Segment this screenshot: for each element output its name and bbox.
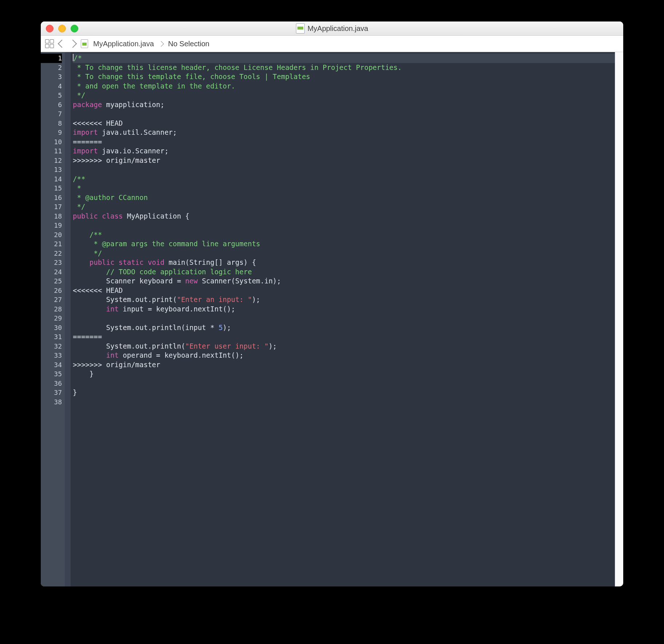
- code-line[interactable]: /*: [73, 54, 615, 63]
- code-token: [73, 305, 106, 313]
- window-title-text: MyApplication.java: [308, 24, 368, 33]
- line-number[interactable]: 35: [41, 369, 62, 379]
- code-line[interactable]: * @author CCannon: [73, 193, 615, 203]
- code-line[interactable]: <<<<<<< HEAD: [73, 119, 615, 128]
- code-line[interactable]: */: [73, 249, 615, 258]
- code-line[interactable]: * To change this template file, choose T…: [73, 72, 615, 82]
- code-line[interactable]: [73, 109, 615, 119]
- line-number[interactable]: 10: [41, 137, 62, 147]
- close-window-button[interactable]: [46, 25, 54, 32]
- line-number[interactable]: 27: [41, 295, 62, 305]
- line-number[interactable]: 21: [41, 239, 62, 249]
- code-line[interactable]: [73, 314, 615, 323]
- line-number[interactable]: 5: [41, 91, 62, 100]
- line-number[interactable]: 4: [41, 82, 62, 91]
- nav-back-button[interactable]: [58, 40, 66, 48]
- line-number[interactable]: 3: [41, 72, 62, 82]
- vertical-scrollbar[interactable]: [615, 52, 623, 586]
- code-line[interactable]: System.out.println(input * 5);: [73, 323, 615, 333]
- code-line[interactable]: * To change this license header, choose …: [73, 63, 615, 72]
- line-number[interactable]: 18: [41, 212, 62, 221]
- chevron-right-icon: [158, 41, 164, 47]
- code-line[interactable]: }: [73, 388, 615, 397]
- code-line[interactable]: *: [73, 184, 615, 193]
- code-line[interactable]: [73, 221, 615, 230]
- code-line[interactable]: }: [73, 369, 615, 379]
- code-token: int: [106, 351, 119, 359]
- line-number[interactable]: 20: [41, 230, 62, 240]
- code-line[interactable]: >>>>>>> origin/master: [73, 156, 615, 165]
- code-token: public class: [73, 212, 123, 220]
- line-number[interactable]: 8: [41, 119, 62, 128]
- code-line[interactable]: Scanner keyboard = new Scanner(System.in…: [73, 276, 615, 286]
- code-area[interactable]: /* * To change this license header, choo…: [71, 52, 615, 586]
- line-number[interactable]: 14: [41, 174, 62, 184]
- code-line[interactable]: int input = keyboard.nextInt();: [73, 305, 615, 314]
- code-line[interactable]: // TODO code application logic here: [73, 267, 615, 277]
- line-number[interactable]: 33: [41, 351, 62, 360]
- line-number-gutter[interactable]: 1234567891011121314151617181920212223242…: [41, 52, 65, 586]
- line-number[interactable]: 31: [41, 332, 62, 342]
- java-file-icon: [296, 23, 305, 34]
- code-line[interactable]: */: [73, 91, 615, 100]
- code-line[interactable]: [73, 165, 615, 174]
- code-line[interactable]: * and open the template in the editor.: [73, 82, 615, 91]
- code-line[interactable]: <<<<<<< HEAD: [73, 286, 615, 295]
- nav-forward-button[interactable]: [69, 40, 77, 48]
- line-number[interactable]: 19: [41, 221, 62, 230]
- line-number[interactable]: 2: [41, 63, 62, 72]
- code-line[interactable]: =======: [73, 137, 615, 147]
- line-number[interactable]: 29: [41, 314, 62, 323]
- code-line[interactable]: System.out.print("Enter an input: ");: [73, 295, 615, 305]
- fold-strip[interactable]: [65, 52, 71, 586]
- code-token: [73, 268, 106, 276]
- code-token: java.io.Scanner;: [98, 147, 169, 155]
- code-token: );: [223, 323, 231, 331]
- line-number[interactable]: 38: [41, 397, 62, 407]
- line-number[interactable]: 16: [41, 193, 62, 203]
- line-number[interactable]: 9: [41, 128, 62, 137]
- line-number[interactable]: 15: [41, 184, 62, 193]
- code-line[interactable]: * @param args the command line arguments: [73, 239, 615, 249]
- line-number[interactable]: 32: [41, 342, 62, 351]
- code-line[interactable]: /**: [73, 174, 615, 184]
- line-number[interactable]: 24: [41, 267, 62, 277]
- code-line[interactable]: >>>>>>> origin/master: [73, 360, 615, 370]
- line-number[interactable]: 26: [41, 286, 62, 295]
- line-number[interactable]: 34: [41, 360, 62, 370]
- line-number[interactable]: 13: [41, 165, 62, 174]
- line-number[interactable]: 23: [41, 258, 62, 267]
- line-number[interactable]: 1: [41, 54, 62, 63]
- line-number[interactable]: 36: [41, 379, 62, 388]
- line-number[interactable]: 7: [41, 109, 62, 119]
- code-line[interactable]: import java.io.Scanner;: [73, 146, 615, 156]
- code-line[interactable]: /**: [73, 230, 615, 240]
- code-token: *: [73, 184, 81, 192]
- code-line[interactable]: */: [73, 202, 615, 212]
- code-line[interactable]: int operand = keyboard.nextInt();: [73, 351, 615, 360]
- breadcrumb-selection[interactable]: No Selection: [168, 40, 209, 48]
- line-number[interactable]: 30: [41, 323, 62, 333]
- minimize-window-button[interactable]: [58, 25, 66, 32]
- line-number[interactable]: 37: [41, 388, 62, 397]
- line-number[interactable]: 22: [41, 249, 62, 258]
- line-number[interactable]: 6: [41, 100, 62, 110]
- code-line[interactable]: public class MyApplication {: [73, 212, 615, 221]
- code-line[interactable]: System.out.println("Enter user input: ")…: [73, 342, 615, 351]
- code-line[interactable]: public static void main(String[] args) {: [73, 258, 615, 267]
- line-number[interactable]: 25: [41, 276, 62, 286]
- zoom-window-button[interactable]: [71, 25, 78, 32]
- code-line[interactable]: =======: [73, 332, 615, 342]
- code-line[interactable]: [73, 379, 615, 388]
- code-line[interactable]: [73, 397, 615, 407]
- code-token: operand = keyboard.nextInt();: [119, 351, 244, 359]
- related-items-icon[interactable]: [45, 39, 54, 48]
- code-token: * To change this license header, choose …: [73, 63, 402, 71]
- code-line[interactable]: package myapplication;: [73, 100, 615, 110]
- code-line[interactable]: import java.util.Scanner;: [73, 128, 615, 137]
- breadcrumb-file[interactable]: MyApplication.java: [93, 40, 154, 48]
- line-number[interactable]: 17: [41, 202, 62, 212]
- line-number[interactable]: 28: [41, 305, 62, 314]
- line-number[interactable]: 12: [41, 156, 62, 165]
- line-number[interactable]: 11: [41, 146, 62, 156]
